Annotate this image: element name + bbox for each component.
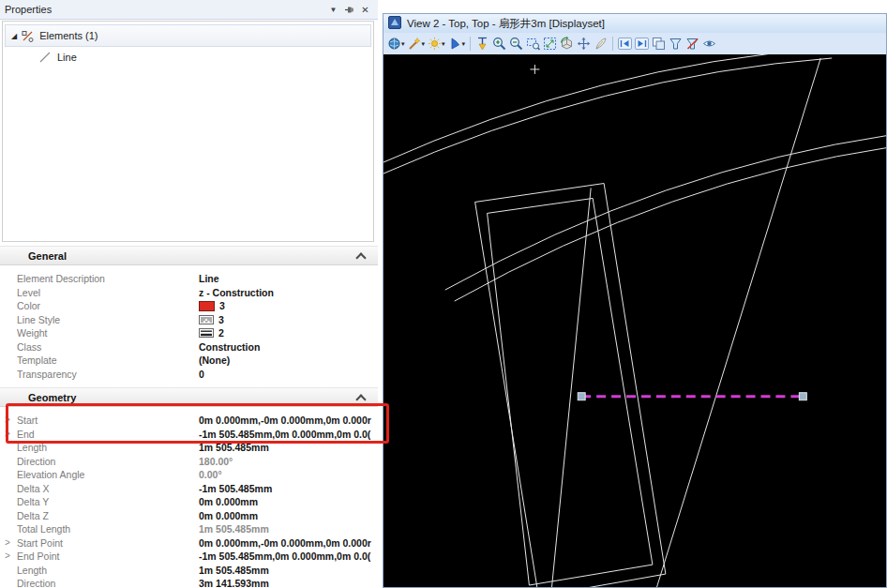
fit-view-icon[interactable] <box>542 36 558 52</box>
expand-chevron-icon[interactable]: > <box>5 414 10 428</box>
color-swatch <box>199 301 215 311</box>
pan-view-icon[interactable] <box>576 36 592 52</box>
view-canvas[interactable] <box>383 54 886 587</box>
property-value[interactable]: 0m 0.000mm,-0m 0.000mm,0m 0.000r <box>199 415 378 426</box>
rotate-view-icon[interactable] <box>559 36 575 52</box>
tree-item-label: Line <box>57 52 77 63</box>
elements-tree: ◢ Elements (1) Line <box>2 21 374 242</box>
dropdown-caret-icon[interactable]: ▾ <box>401 40 405 48</box>
property-label: Delta X <box>17 483 199 494</box>
property-label: Line Style <box>17 314 199 325</box>
section-title: Geometry <box>28 392 76 403</box>
property-value[interactable]: 0m 0.000mm,-0m 0.000mm,0m 0.000r <box>199 537 378 549</box>
line-style-icon <box>199 315 214 324</box>
tree-item-line[interactable]: Line <box>3 47 373 68</box>
property-value[interactable]: 2 <box>199 327 378 339</box>
dropdown-caret-icon[interactable]: ▾ <box>462 40 466 48</box>
property-value[interactable]: 0 <box>199 369 378 380</box>
panel-title: Properties <box>5 4 325 15</box>
property-row: Level z - Construction <box>0 286 378 300</box>
property-label: Class <box>17 341 199 353</box>
property-value[interactable]: -1m 505.485mm,0m 0.000mm,0m 0.0( <box>199 550 378 562</box>
dropdown-caret-icon[interactable]: ▾ <box>442 40 445 48</box>
property-value[interactable]: z - Construction <box>199 287 378 298</box>
property-row-start: > Start 0m 0.000mm,-0m 0.000mm,0m 0.000r <box>0 414 378 428</box>
section-title: General <box>28 250 67 262</box>
view-icon <box>388 16 401 31</box>
plumb-point-icon[interactable] <box>474 36 490 52</box>
view-display-mode-icon[interactable] <box>386 36 402 52</box>
tree-item-elements[interactable]: ◢ Elements (1) <box>5 24 371 47</box>
tree-item-label: Elements (1) <box>39 30 98 41</box>
property-value: 1m 505.485mm <box>199 523 378 535</box>
zoom-out-icon[interactable] <box>508 36 524 52</box>
panel-menu-icon[interactable]: ▼ <box>325 3 341 17</box>
section-header-general[interactable]: General <box>0 246 378 265</box>
property-value[interactable]: Construction <box>199 341 378 353</box>
property-value: 0.00° <box>199 469 378 480</box>
close-icon[interactable]: ✕ <box>357 3 373 17</box>
window-area-icon[interactable] <box>525 36 541 52</box>
view-next-icon[interactable] <box>634 36 650 52</box>
property-row-start-point: > Start Point 0m 0.000mm,-0m 0.000mm,0m … <box>0 536 378 550</box>
property-label: Weight <box>17 327 199 339</box>
elements-icon <box>22 30 34 42</box>
property-label: Start <box>17 415 199 426</box>
dropdown-caret-icon[interactable]: ▾ <box>422 40 426 48</box>
property-row-end: > End -1m 505.485mm,0m 0.000mm,0m 0.0( <box>0 428 378 442</box>
section-header-geometry[interactable]: Geometry <box>0 387 378 407</box>
property-value[interactable]: 3 <box>199 314 378 325</box>
view-title: View 2 - Top, Top - 扇形井3m [Displayset] <box>407 17 605 31</box>
zoom-in-icon[interactable] <box>491 36 507 52</box>
expand-chevron-icon[interactable]: > <box>5 550 10 564</box>
walk-view-icon[interactable] <box>593 36 609 52</box>
view-previous-icon[interactable] <box>617 36 633 52</box>
property-row-color: Color 3 <box>0 299 378 313</box>
clip-volume-icon[interactable] <box>668 36 684 52</box>
property-value[interactable]: 3m 141.593mm <box>199 578 378 588</box>
property-label: Color <box>17 300 199 311</box>
view-toolbar: ▾ ▾ ▾ ▾ <box>383 33 886 55</box>
copy-view-icon[interactable] <box>651 36 667 52</box>
property-row-weight: Weight 2 <box>0 326 378 340</box>
property-row: Length 1m 505.485mm <box>0 441 378 455</box>
property-row-linestyle: Line Style 3 <box>0 313 378 327</box>
property-label: Transparency <box>17 369 199 380</box>
property-value[interactable]: Line <box>199 273 378 284</box>
selection-handle-end[interactable] <box>799 393 806 400</box>
property-row: Element Description Line <box>0 272 378 286</box>
property-label: Direction <box>17 456 199 467</box>
chevron-up-icon <box>355 252 366 263</box>
view-attributes-icon[interactable] <box>407 36 423 52</box>
property-value[interactable]: (None) <box>199 354 378 366</box>
property-value[interactable]: 3 <box>199 300 378 311</box>
property-row: Delta Y 0m 0.000mm <box>0 495 378 509</box>
selection-handle-start[interactable] <box>578 393 585 400</box>
view-titlebar[interactable]: View 2 - Top, Top - 扇形井3m [Displayset] <box>383 14 886 33</box>
property-label: Level <box>17 287 199 298</box>
property-value[interactable]: 1m 505.485mm <box>199 442 378 453</box>
property-value[interactable]: 0m 0.000mm <box>199 496 378 507</box>
property-label: Elevation Angle <box>17 469 199 480</box>
toolbar-separator <box>612 37 613 51</box>
tree-expand-icon[interactable]: ◢ <box>11 32 17 40</box>
property-label: Length <box>17 565 199 576</box>
property-value[interactable]: -1m 505.485mm <box>199 483 378 494</box>
clip-mask-icon[interactable] <box>684 36 700 52</box>
adjust-brightness-icon[interactable] <box>427 36 443 52</box>
properties-panel-header: Properties ▼ ✕ <box>0 0 378 20</box>
drawing-viewport[interactable] <box>383 54 886 587</box>
render-mode-icon[interactable] <box>447 36 463 52</box>
pin-icon[interactable] <box>341 3 357 17</box>
view-perspective-icon[interactable] <box>701 36 717 52</box>
property-value[interactable]: 0m 0.000mm <box>199 510 378 521</box>
expand-chevron-icon[interactable]: > <box>5 536 10 550</box>
property-row: Direction 3m 141.593mm <box>0 577 378 588</box>
general-rows: Element Description Line Level z - Const… <box>0 265 378 381</box>
property-value[interactable]: 1m 505.485mm <box>199 565 378 576</box>
line-style-number: 3 <box>218 314 224 325</box>
color-number: 3 <box>219 300 225 311</box>
property-row: Class Construction <box>0 340 378 354</box>
property-value[interactable]: -1m 505.485mm,0m 0.000mm,0m 0.0( <box>199 429 378 440</box>
expand-chevron-icon[interactable]: > <box>5 428 10 442</box>
